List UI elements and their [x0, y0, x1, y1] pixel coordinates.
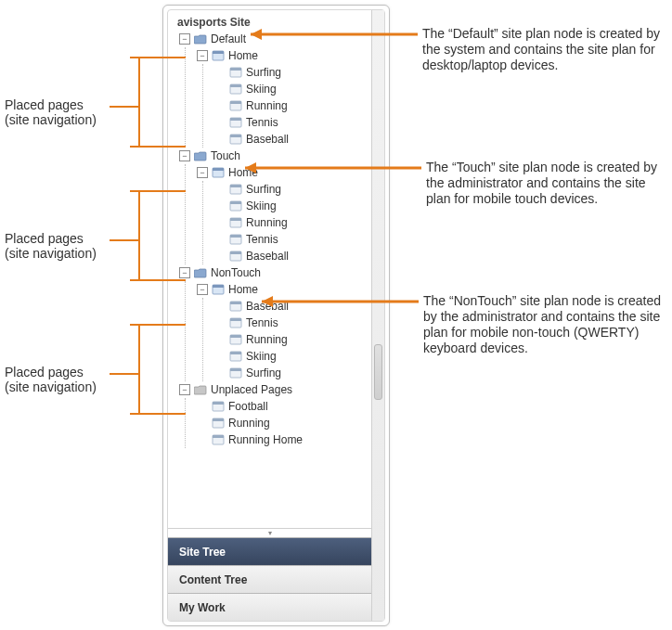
- svg-rect-37: [213, 402, 224, 405]
- toggle-touch-home[interactable]: −: [197, 167, 208, 178]
- annotation-left-3: Placed pages (site navigation): [5, 365, 97, 394]
- site-title: avisports Site: [168, 10, 371, 31]
- label-unplaced-page-2[interactable]: Running Home: [228, 433, 303, 446]
- svg-rect-35: [230, 368, 241, 371]
- toggle-default-home[interactable]: −: [197, 50, 208, 61]
- label-unplaced[interactable]: Unplaced Pages: [211, 383, 292, 396]
- svg-rect-13: [213, 168, 224, 171]
- svg-rect-7: [230, 101, 241, 104]
- label-default-page-3[interactable]: Tennis: [246, 116, 278, 129]
- label-unplaced-page-0[interactable]: Football: [228, 400, 268, 413]
- svg-rect-9: [230, 118, 241, 121]
- svg-rect-27: [230, 302, 241, 304]
- label-touch-page-1[interactable]: Skiing: [246, 199, 277, 212]
- label-touch[interactable]: Touch: [211, 149, 240, 162]
- tab-my-work[interactable]: My Work: [168, 593, 371, 621]
- label-touch-page-4[interactable]: Baseball: [246, 250, 289, 263]
- label-nontouch[interactable]: NonTouch: [211, 266, 261, 279]
- toggle-nontouch[interactable]: −: [179, 267, 190, 278]
- page-icon: [212, 284, 225, 295]
- svg-rect-1: [213, 51, 224, 54]
- annotation-right-touch: The “Touch” site plan node is created by…: [426, 160, 672, 207]
- label-nontouch-page-0[interactable]: Baseball: [246, 300, 289, 313]
- page-icon: [229, 217, 242, 228]
- tree-panel: avisports Site − Default: [162, 5, 390, 626]
- annotation-left-label-2a: Placed pages: [5, 231, 97, 246]
- label-unplaced-page-1[interactable]: Running: [228, 417, 270, 430]
- node-nontouch: − NonTouch − Home: [179, 264, 368, 381]
- page-icon: [229, 84, 242, 95]
- page-icon: [229, 200, 242, 212]
- label-default-page-1[interactable]: Skiing: [246, 83, 277, 96]
- label-touch-page-3[interactable]: Tennis: [246, 233, 278, 246]
- page-icon: [229, 234, 242, 245]
- toggle-touch[interactable]: −: [179, 150, 190, 161]
- folder-icon: [194, 384, 207, 395]
- page-icon: [229, 67, 242, 78]
- label-nontouch-page-1[interactable]: Tennis: [246, 316, 278, 329]
- svg-rect-41: [213, 435, 224, 438]
- list-nontouch-pages: Baseball Tennis Running Skiing Surfing: [202, 298, 368, 381]
- page-icon: [229, 251, 242, 262]
- node-touch-home: − Home Surfing Skiing Running Tennis Ba: [197, 164, 368, 264]
- page-icon: [212, 401, 225, 412]
- site-tree-root: − Default −: [168, 31, 371, 454]
- page-icon: [212, 167, 225, 178]
- node-default: − Default −: [179, 31, 368, 148]
- list-default-pages: Surfing Skiing Running Tennis Baseball: [202, 64, 368, 148]
- page-icon: [229, 351, 242, 362]
- panel-tabs: ▾ Site Tree Content Tree My Work: [168, 528, 371, 621]
- label-nontouch-page-4[interactable]: Surfing: [246, 366, 281, 379]
- svg-rect-23: [230, 251, 241, 254]
- svg-rect-33: [230, 352, 241, 354]
- page-icon: [212, 434, 225, 445]
- svg-rect-5: [230, 84, 241, 87]
- list-unplaced-pages: Football Running Running Home: [185, 398, 368, 448]
- page-icon: [212, 50, 225, 61]
- toggle-nontouch-home[interactable]: −: [197, 284, 208, 295]
- tab-site-tree[interactable]: Site Tree: [168, 537, 371, 565]
- svg-rect-39: [213, 418, 224, 421]
- annotation-right-default: The “Default” site plan node is created …: [422, 26, 668, 73]
- page-icon: [212, 418, 225, 429]
- label-touch-page-2[interactable]: Running: [246, 216, 288, 229]
- label-default-page-4[interactable]: Baseball: [246, 133, 289, 146]
- label-default[interactable]: Default: [211, 32, 246, 45]
- collapse-handle[interactable]: ▾: [168, 528, 371, 537]
- annotation-left-label-3b: (site navigation): [5, 379, 97, 394]
- svg-rect-21: [230, 235, 241, 238]
- annotation-left-2: Placed pages (site navigation): [5, 231, 97, 261]
- node-nontouch-home: − Home Baseball Tennis Running Skiing S: [197, 281, 368, 381]
- label-nontouch-page-3[interactable]: Skiing: [246, 350, 277, 363]
- node-unplaced: − Unplaced Pages Football Running Runnin…: [179, 381, 368, 448]
- label-nontouch-home[interactable]: Home: [228, 283, 258, 296]
- annotation-right-nontouch: The “NonTouch” site plan node is created…: [423, 293, 669, 356]
- label-touch-page-0[interactable]: Surfing: [246, 183, 281, 196]
- svg-rect-3: [230, 68, 241, 71]
- label-nontouch-page-2[interactable]: Running: [246, 333, 288, 346]
- svg-rect-11: [230, 135, 241, 137]
- tab-content-tree[interactable]: Content Tree: [168, 565, 371, 593]
- page-icon: [229, 367, 242, 379]
- page-icon: [229, 134, 242, 145]
- page-icon: [229, 334, 242, 345]
- scrollbar-vertical[interactable]: [371, 10, 384, 621]
- annotation-left-1: Placed pages (site navigation): [5, 97, 97, 127]
- label-default-page-2[interactable]: Running: [246, 99, 288, 112]
- panel-inner: avisports Site − Default: [167, 9, 385, 622]
- folder-icon: [194, 267, 207, 278]
- label-default-home[interactable]: Home: [228, 49, 258, 62]
- toggle-unplaced[interactable]: −: [179, 384, 190, 395]
- scrollbar-thumb[interactable]: [374, 344, 382, 400]
- label-touch-home[interactable]: Home: [228, 166, 258, 179]
- page-icon: [229, 301, 242, 312]
- node-default-home: − Home Surfing Skiing Running: [197, 47, 368, 148]
- svg-rect-31: [230, 335, 241, 338]
- annotation-left-label-1a: Placed pages: [5, 97, 97, 112]
- annotation-left-label-2b: (site navigation): [5, 246, 97, 261]
- label-default-page-0[interactable]: Surfing: [246, 66, 281, 79]
- folder-icon: [194, 33, 207, 45]
- toggle-default[interactable]: −: [179, 33, 190, 45]
- list-touch-pages: Surfing Skiing Running Tennis Baseball: [202, 181, 368, 264]
- svg-rect-25: [213, 285, 224, 288]
